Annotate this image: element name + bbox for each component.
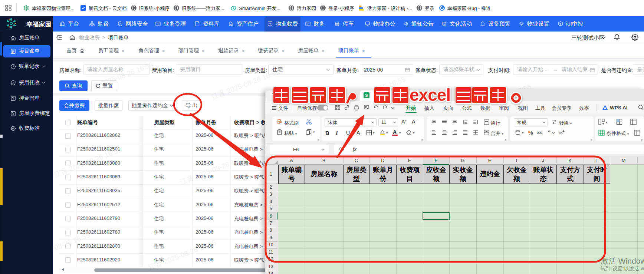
svg-text:excel: excel [410,85,450,105]
